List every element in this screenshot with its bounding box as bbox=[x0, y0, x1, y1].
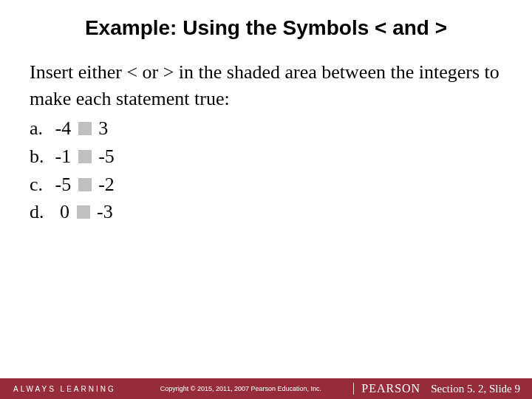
item-right: 3 bbox=[103, 201, 113, 222]
slide: Example: Using the Symbols < and > Inser… bbox=[0, 0, 532, 399]
intro-text: Insert either < or > in the shaded area … bbox=[30, 59, 502, 112]
shaded-box bbox=[78, 178, 92, 191]
list-item: b. -1 -5 bbox=[30, 143, 502, 170]
item-label: a. bbox=[30, 115, 50, 142]
item-left: 5 bbox=[61, 174, 71, 195]
section-slide-label: Section 5. 2, Slide 9 bbox=[431, 383, 532, 395]
copyright-text: Copyright © 2015, 2011, 2007 Pearson Edu… bbox=[116, 385, 348, 392]
minus-icon: - bbox=[98, 146, 105, 167]
slide-title: Example: Using the Symbols < and > bbox=[0, 0, 532, 47]
brand-text: PEARSON bbox=[361, 382, 420, 395]
item-right: 3 bbox=[98, 117, 108, 139]
item-label: c. bbox=[30, 171, 50, 198]
item-label: d. bbox=[30, 199, 50, 225]
shaded-box bbox=[78, 122, 92, 135]
minus-icon: - bbox=[97, 201, 103, 222]
list-item: c. -5 -2 bbox=[30, 171, 502, 198]
item-left: 4 bbox=[61, 117, 71, 139]
shaded-box bbox=[77, 205, 90, 219]
item-left: 1 bbox=[61, 146, 71, 167]
item-left: 0 bbox=[60, 201, 69, 222]
slide-body: Insert either < or > in the shaded area … bbox=[0, 47, 532, 225]
item-right: 5 bbox=[105, 146, 115, 167]
footer-bar: ALWAYS LEARNING Copyright © 2015, 2011, … bbox=[0, 378, 532, 399]
item-label: b. bbox=[30, 143, 50, 170]
minus-icon: - bbox=[55, 117, 62, 139]
problem-list: a. -4 3 b. -1 -5 c. -5 -2 d. 0 -3 bbox=[30, 115, 502, 226]
pearson-logo: PEARSON bbox=[347, 382, 431, 395]
divider-icon bbox=[353, 383, 354, 395]
list-item: a. -4 3 bbox=[30, 115, 502, 142]
list-item: d. 0 -3 bbox=[30, 199, 502, 225]
minus-icon: - bbox=[98, 174, 105, 195]
always-learning-label: ALWAYS LEARNING bbox=[0, 385, 116, 393]
item-right: 2 bbox=[105, 174, 115, 195]
shaded-box bbox=[78, 150, 92, 163]
minus-icon: - bbox=[55, 174, 62, 195]
minus-icon: - bbox=[55, 146, 62, 167]
